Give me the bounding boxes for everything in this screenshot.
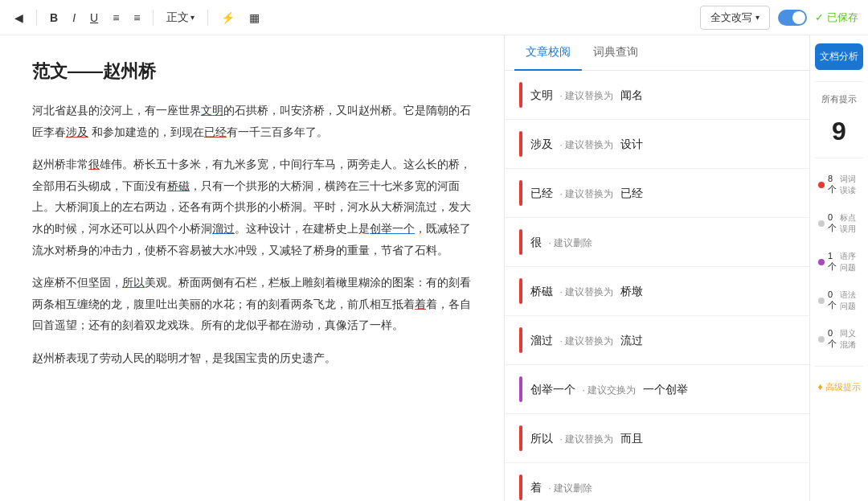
content-sheji: 涉及 · 建议替换为 设计: [530, 137, 795, 152]
divider-2: [815, 158, 863, 158]
content-zhe: 着 · 建议删除: [530, 480, 795, 495]
underline-button[interactable]: U: [85, 8, 103, 27]
dot-gray-3: [818, 336, 825, 343]
stat-row-biaodian: 0个 标点误用: [815, 208, 863, 239]
content-hen: 很 · 建议删除: [530, 235, 795, 250]
dot-gray-2: [818, 298, 825, 304]
dot-gray-1: [818, 220, 825, 227]
bar-sheji: [519, 131, 522, 157]
content-chuangju: 创举一个 · 建议交换为 一个创举: [530, 382, 795, 397]
toggle-knob: [792, 11, 805, 24]
main-layout: 范文——赵州桥 河北省赵县的洨河上，有一座世界文明的石拱桥，叫安济桥，又叫赵州桥…: [0, 35, 868, 501]
divider-3: [815, 366, 863, 367]
saved-status: ✓ 已保存: [815, 10, 858, 25]
review-item-qiaoci[interactable]: 桥磁 · 建议替换为 桥墩: [505, 267, 809, 316]
total-count: 9: [832, 117, 846, 146]
stat-row-yuxu: 1个 语序问题: [815, 247, 863, 277]
advanced-hint[interactable]: ♦ 高级提示: [817, 378, 860, 396]
toolbar-right: 全文改写 ▾ ✓ 已保存: [700, 6, 858, 30]
word-zhe: 着: [415, 298, 426, 310]
separator-2: [153, 10, 154, 26]
all-hints-label: 所有提示: [821, 93, 857, 105]
word-liuguo: 溜过: [212, 222, 235, 235]
rewrite-button[interactable]: 全文改写 ▾: [700, 6, 770, 30]
stat-row-tongyi: 0个 同义混淆: [815, 324, 863, 355]
review-item-sheji[interactable]: 涉及 · 建议替换为 设计: [505, 120, 809, 169]
review-item-chuangju[interactable]: 创举一个 · 建议交换为 一个创举: [505, 365, 809, 414]
paragraph-1: 河北省赵县的洨河上，有一座世界文明的石拱桥，叫安济桥，又叫赵州桥。它是隋朝的石匠…: [32, 100, 472, 142]
image-button[interactable]: ▦: [244, 8, 264, 27]
italic-button[interactable]: I: [68, 8, 80, 27]
dot-red-1: [818, 182, 825, 188]
bar-suoyi: [519, 425, 522, 451]
review-item-zhe[interactable]: 着 · 建议删除: [505, 463, 809, 501]
bar-chuangju: [519, 376, 522, 402]
doc-title: 范文——赵州桥: [32, 60, 472, 84]
analysis-button[interactable]: 文档分析: [815, 43, 863, 70]
review-item-hen[interactable]: 很 · 建议删除: [505, 218, 809, 267]
content-liuguo: 溜过 · 建议替换为 流过: [530, 333, 795, 348]
style-select[interactable]: 正文 ▾: [162, 7, 199, 28]
word-sheji: 涉及: [66, 125, 88, 138]
review-toggle[interactable]: [778, 10, 807, 26]
bar-zhe: [519, 474, 522, 500]
content-wenming: 文明 · 建议替换为 闻名: [530, 88, 795, 103]
list2-button[interactable]: ≡: [129, 8, 145, 27]
doc-content: 河北省赵县的洨河上，有一座世界文明的石拱桥，叫安济桥，又叫赵州桥。它是隋朝的石匠…: [32, 100, 472, 369]
review-tabs: 文章校阅 词典查询: [505, 35, 809, 71]
separator-3: [207, 10, 208, 26]
image-icon: ▦: [249, 11, 260, 24]
review-item-wenming[interactable]: 文明 · 建议替换为 闻名: [505, 71, 809, 120]
editor-area[interactable]: 范文——赵州桥 河北省赵县的洨河上，有一座世界文明的石拱桥，叫安济桥，又叫赵州桥…: [0, 35, 505, 501]
diamond-icon: ♦: [817, 381, 822, 392]
bold-button[interactable]: B: [45, 8, 63, 27]
bar-liuguo: [519, 327, 522, 353]
bar-qiaoci: [519, 278, 522, 304]
word-chuangju: 创举一个: [370, 222, 415, 235]
review-items-list: 文明 · 建议替换为 闻名 涉及 · 建议替换为 设计 已经 · 建议替换为: [505, 71, 809, 501]
review-panel: 文章校阅 词典查询 文明 · 建议替换为 闻名 涉及 · 建议替换为 设计: [505, 35, 810, 501]
back-button[interactable]: ◀: [10, 8, 28, 27]
review-item-liuguo[interactable]: 溜过 · 建议替换为 流过: [505, 316, 809, 365]
content-yijing: 已经 · 建议替换为 已经: [530, 186, 795, 201]
bar-hen: [519, 229, 522, 255]
paragraph-2: 赵州桥非常很雄伟。桥长五十多米，有九米多宽，中间行车马，两旁走人。这么长的桥，全…: [32, 154, 472, 261]
bar-wenming: [519, 82, 522, 108]
toolbar: ◀ B I U ≡ ≡ 正文 ▾ ⚡ ▦ 全文改写 ▾ ✓ 已保存: [0, 0, 868, 35]
paragraph-4: 赵州桥表现了劳动人民的聪明才智，是我国宝贵的历史遗产。: [32, 347, 472, 369]
list1-button[interactable]: ≡: [108, 8, 124, 27]
review-item-suoyi[interactable]: 所以 · 建议替换为 而且: [505, 414, 809, 463]
paragraph-3: 这座桥不但坚固，所以美观。桥面两侧有石栏，栏板上雕刻着橄里糊涂的图案：有的刻看两…: [32, 272, 472, 336]
word-suoyi: 所以: [122, 276, 145, 289]
word-qiaoci: 桥磁: [167, 179, 190, 192]
lightning-icon: ⚡: [221, 11, 235, 24]
word-hen: 很: [88, 158, 100, 170]
divider-1: [815, 81, 863, 82]
content-suoyi: 所以 · 建议替换为 而且: [530, 431, 795, 446]
word-yijing: 已经: [204, 125, 227, 138]
toggle-wrap: [778, 10, 807, 26]
stat-row-cici: 8个 词词误读: [815, 170, 863, 200]
lightning-button[interactable]: ⚡: [216, 8, 240, 27]
bar-yijing: [519, 180, 522, 206]
tab-dict[interactable]: 词典查询: [582, 35, 649, 71]
word-wenming: 文明: [201, 104, 223, 117]
analysis-panel: 文档分析 所有提示 9 8个 词词误读 0个 标点误用 1个 语序问题 0个 语…: [810, 35, 868, 501]
separator-1: [36, 10, 37, 26]
tab-review[interactable]: 文章校阅: [514, 35, 582, 71]
review-item-yijing[interactable]: 已经 · 建议替换为 已经: [505, 169, 809, 218]
dot-purple-1: [818, 259, 825, 265]
stat-row-yufa: 0个 语法问题: [815, 285, 863, 316]
content-qiaoci: 桥磁 · 建议替换为 桥墩: [530, 284, 795, 299]
